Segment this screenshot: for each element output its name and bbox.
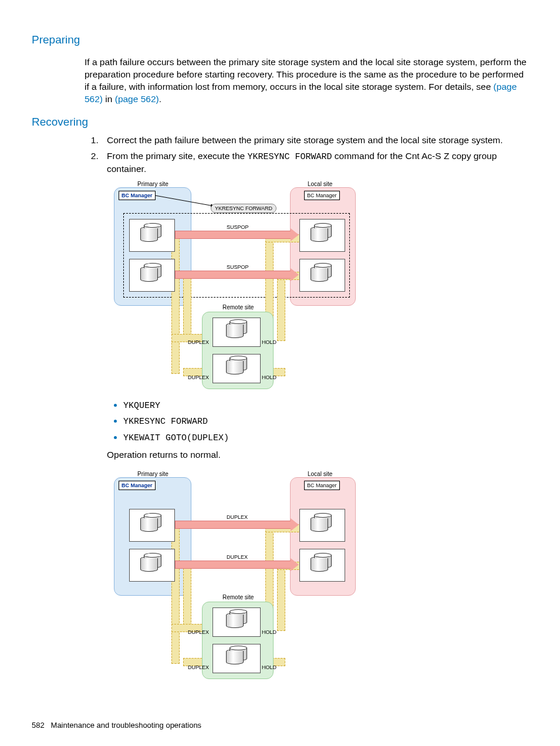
disk-icon [311,227,330,247]
storage-local-2 [299,259,345,292]
command-list: YKQUERY YKRESYNC FORWARD YKEWAIT GOTO(DU… [107,399,528,444]
arrow-suspop-1 [175,231,291,239]
storage-primary-1 [129,509,175,542]
text: in [103,94,115,104]
storage-primary-2 [129,259,175,292]
disk-icon [140,556,160,576]
yellow-path-v1 [171,528,180,664]
heading-recovering: Recovering [32,114,528,130]
cmd-item: YKQUERY [123,399,528,412]
yellow-path-v4 [277,275,285,341]
label-duplex-2: DUPLEX [188,374,209,381]
step-2: From the primary site, execute the YKRES… [101,150,528,175]
storage-local-2 [299,549,345,582]
label-duplex-2: DUPLEX [188,664,209,671]
operation-returns-text: Operation returns to normal. [107,449,528,461]
arrow-suspop-2 [175,271,291,279]
storage-local-1 [299,509,345,542]
label-duplex-1: DUPLEX [188,339,209,346]
disk-icon [311,266,330,286]
text: If a path failure occurs between the pri… [85,57,527,92]
label-duplex-arrow-1: DUPLEX [227,514,248,521]
label-suspop-2: SUSPOP [227,264,249,271]
bcm-primary: BC Manager [119,191,156,200]
storage-remote-2 [212,354,261,383]
label-hold-2: HOLD [262,664,276,671]
arrow-duplex-2 [175,561,291,569]
heading-preparing: Preparing [32,32,528,48]
svg-line-0 [155,195,214,206]
steps-list: Correct the path failure between the pri… [85,134,528,175]
disk-icon [311,556,330,576]
bcm-arrow [155,193,220,210]
label-duplex-arrow-2: DUPLEX [227,553,248,561]
label-remote-site: Remote site [222,593,254,602]
disk-icon [311,517,330,536]
storage-remote-1 [212,607,261,637]
cmd-text: YKRESYNC FORWARD [123,417,208,427]
bcm-primary: BC Manager [119,481,156,490]
yellow-path-v2 [183,565,191,631]
arrow-duplex-1 [175,521,291,529]
bcm-local: BC Manager [304,191,340,200]
link-page-562-b[interactable]: (page 562) [115,94,159,104]
disk-icon [140,227,160,247]
cmd-inline: YKRESYNC FORWARD [247,152,332,162]
bcm-local: BC Manager [304,481,340,490]
yellow-path-v4 [277,565,285,631]
cmd-item: YKEWAIT GOTO(DUPLEX) [123,431,528,444]
yellow-path-v2 [183,275,191,341]
cmd-text: YKQUERY [123,401,160,411]
label-hold-1: HOLD [262,339,276,346]
para-preparing: If a path failure occurs between the pri… [85,56,528,106]
disk-icon [140,266,160,286]
diagram-1: Primary site Local site BC Manager BC Ma… [108,180,360,391]
disk-icon [226,649,246,669]
disk-icon [226,323,246,343]
disk-icon [226,359,246,379]
step-1: Correct the path failure between the pri… [101,134,528,147]
storage-primary-2 [129,549,175,582]
storage-remote-1 [212,318,261,347]
cmd-ykresync: YKRESYNC FORWARD [211,204,276,213]
text: From the primary site, execute the [107,151,247,161]
storage-local-1 [299,219,345,252]
label-duplex-1: DUPLEX [188,629,209,636]
storage-remote-2 [212,644,261,673]
cmd-text: YKEWAIT GOTO(DUPLEX) [123,433,229,443]
diagram-2: Primary site Local site BC Manager BC Ma… [108,470,360,681]
disk-icon [226,613,246,633]
label-suspop-1: SUSPOP [227,224,249,231]
text: . [159,94,161,104]
label-hold-2: HOLD [262,374,276,381]
disk-icon [140,517,160,536]
label-remote-site: Remote site [222,303,254,312]
storage-primary-1 [129,219,175,252]
cmd-item: YKRESYNC FORWARD [123,414,528,428]
yellow-path-v1 [171,238,180,374]
label-hold-1: HOLD [262,629,276,636]
